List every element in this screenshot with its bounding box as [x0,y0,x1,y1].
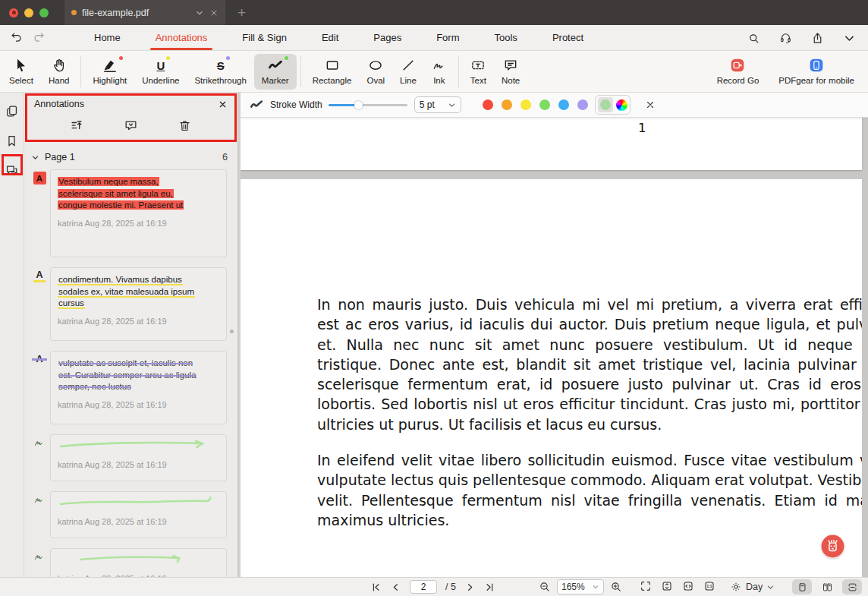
tool-strikethrough[interactable]: SStrikethrough [187,54,253,90]
tool-color-dot [119,56,123,60]
annotation-item-ink[interactable]: katrina Aug 28, 2025 at 16:19 [24,491,237,538]
tool-ink[interactable]: Ink [424,54,454,90]
undo-icon[interactable] [10,31,23,44]
tab-close-icon[interactable] [209,8,219,17]
tool-pdfgear-for-mobile[interactable]: PDFgear for mobile [771,54,862,90]
zoom-in-button[interactable] [610,581,622,593]
menu-tab-protect[interactable]: Protect [552,25,583,51]
menu-tab-pages[interactable]: Pages [373,25,401,51]
annotation-item-underline[interactable]: Acondimentum. Vivamus dapibussodales ex,… [24,267,237,341]
tool-line[interactable]: Line [392,54,424,90]
document-tab[interactable]: file-example.pdf [64,0,225,25]
tool-record-go[interactable]: Record Go [709,54,767,90]
comment-filter-button[interactable] [124,118,138,136]
selected-color-group [595,95,631,115]
text-icon [470,58,486,73]
annotation-item-ink[interactable]: katrina Aug 28, 2025 at 16:19 [24,434,237,481]
menu-tab-tools[interactable]: Tools [495,25,517,51]
annotation-card[interactable]: katrina Aug 28, 2025 at 16:19 [50,434,227,481]
tab-chevron-down-icon[interactable] [195,8,204,17]
menu-tab-edit[interactable]: Edit [322,25,338,51]
search-icon[interactable] [747,32,760,45]
strikethrough-icon: S [217,59,225,73]
annotation-card[interactable]: katrina Aug 28, 2025 at 16:19 [50,548,227,577]
actual-size-button[interactable]: 1:1 [703,580,715,594]
day-mode-select[interactable]: Day [730,578,775,596]
pdfgear-for-mobile-icon [809,58,824,73]
close-window-button[interactable] [9,8,18,17]
panel-title: Annotations [34,99,84,109]
tool-oval[interactable]: Oval [359,54,392,90]
headset-icon[interactable] [779,32,792,45]
previous-page-button[interactable] [390,582,401,593]
tool-hand[interactable]: Hand [41,54,77,90]
maximize-window-button[interactable] [39,8,49,17]
menu-tab-annotations[interactable]: Annotations [156,25,208,51]
marker-bar-close-icon[interactable] [645,99,656,110]
zoom-out-button[interactable] [539,581,551,593]
tool-text[interactable]: Text [463,54,494,90]
annotation-card[interactable]: katrina Aug 28, 2025 at 16:19 [50,491,227,538]
ai-robot-button[interactable] [821,535,844,558]
page-section-row[interactable]: Page 1 6 [24,152,237,162]
tool-label: Marker [262,76,289,85]
stroke-size-select[interactable]: 5 pt [414,96,461,113]
single-page-view-button[interactable] [792,579,812,594]
tool-marker[interactable]: Marker [254,54,297,90]
last-page-button[interactable] [484,582,495,593]
annotation-item-strikethrough[interactable]: Avulputate ac suscipit et, iaculis nones… [24,351,237,424]
stroke-width-slider[interactable] [329,100,407,109]
two-page-view-button[interactable] [817,579,837,594]
scrollbar-dot[interactable] [230,330,234,333]
color-wheel-icon[interactable] [616,99,627,111]
menu-tab-form[interactable]: Form [436,25,459,51]
panel-close-icon[interactable] [218,99,228,109]
sort-annotations-button[interactable] [70,118,84,136]
color-swatch[interactable] [520,99,531,110]
selected-color-swatch[interactable] [598,97,613,112]
chevron-down-icon[interactable] [843,32,856,45]
tool-note[interactable]: Note [494,54,527,90]
color-swatch[interactable] [558,99,569,110]
menu-tab-fill-sign[interactable]: Fill & Sign [242,25,287,51]
page-number: 1 [638,121,646,135]
first-page-button[interactable] [370,582,382,593]
menubar-right-icons [747,25,856,51]
page-number-input[interactable]: 2 [410,580,437,594]
redo-icon[interactable] [33,31,46,44]
annotation-card[interactable]: vulputate ac suscipit et, iaculis nonest… [50,351,227,424]
tool-label: Hand [49,76,70,85]
oval-icon [368,58,383,73]
minimize-window-button[interactable] [24,8,33,17]
new-tab-button[interactable]: + [231,0,252,25]
color-swatch[interactable] [483,99,493,110]
tool-underline[interactable]: UUnderline [134,54,187,90]
rail-bookmarks-button[interactable] [4,132,20,149]
select-icon [14,58,29,73]
slider-thumb[interactable] [354,101,363,109]
share-icon[interactable] [811,32,824,45]
annotation-item-highlight[interactable]: AVestibulum neque massa,scelerisque sit … [24,169,237,257]
annotation-card[interactable]: condimentum. Vivamus dapibussodales ex, … [50,267,227,341]
next-page-button[interactable] [464,582,476,593]
delete-annotation-button[interactable] [178,118,192,136]
menubar: HomeAnnotationsFill & SignEditPagesFormT… [0,25,868,51]
annotation-text: scelerisque sit amet ligula eu, [58,189,174,198]
hand-icon [52,58,67,73]
rail-page-thumbnails-button[interactable] [4,102,20,119]
tool-highlight[interactable]: Highlight [85,54,134,90]
menu-tab-home[interactable]: Home [94,25,121,51]
annotation-card[interactable]: Vestibulum neque massa,scelerisque sit a… [50,169,227,257]
color-swatch[interactable] [502,99,512,110]
fit-height-button[interactable] [661,580,673,594]
scroll-view-button[interactable] [842,579,862,594]
annotation-item-ink[interactable]: katrina Aug 28, 2025 at 16:19 [24,548,237,577]
color-swatch[interactable] [539,99,550,110]
tool-rectangle[interactable]: Rectangle [305,54,360,90]
rail-comments-button[interactable] [4,162,20,178]
tool-select[interactable]: Select [2,54,41,90]
fit-page-button[interactable] [640,580,652,594]
fit-width-button[interactable] [682,580,694,594]
color-swatch[interactable] [577,99,588,110]
zoom-level-select[interactable]: 165% [557,579,604,594]
